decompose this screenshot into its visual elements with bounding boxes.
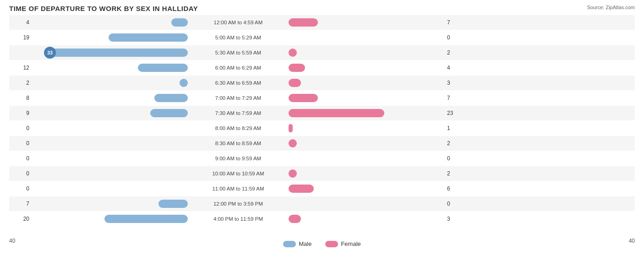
left-bar-area: [32, 18, 188, 27]
time-label: 9:00 AM to 9:59 AM: [188, 156, 289, 161]
female-value: 4: [444, 65, 467, 71]
left-bar-area: [32, 79, 188, 87]
female-value: 2: [444, 140, 467, 147]
right-bar-area: [289, 124, 444, 132]
male-value: 0: [9, 125, 32, 131]
axis-right-label: 40: [629, 238, 635, 247]
female-value: 0: [444, 201, 467, 207]
time-label: 11:00 AM to 11:59 AM: [188, 186, 289, 191]
male-value: 2: [9, 80, 32, 86]
time-label: 5:00 AM to 5:29 AM: [188, 35, 289, 40]
female-label: Female: [341, 240, 360, 247]
right-bar-area: [289, 94, 444, 102]
chart-row: 9 7:30 AM to 7:59 AM 23: [9, 106, 635, 120]
right-bar-area: [289, 109, 444, 117]
male-value: 7: [9, 201, 32, 207]
chart-row: 8 7:00 AM to 7:29 AM 7: [9, 91, 635, 105]
female-value: 7: [444, 19, 467, 26]
left-bar-area: [32, 33, 188, 42]
chart-row: 0 8:00 AM to 8:29 AM 1: [9, 121, 635, 136]
chart-row: 4 12:00 AM to 4:59 AM 7: [9, 15, 635, 30]
left-bar-area: [32, 109, 188, 117]
male-value: 0: [9, 140, 32, 147]
right-bar-area: [289, 49, 444, 57]
left-bar-area: [32, 200, 188, 208]
chart-row: 12 6:00 AM to 6:29 AM 4: [9, 60, 635, 75]
male-label: Male: [299, 240, 311, 247]
female-value: 0: [444, 34, 467, 41]
right-bar-area: [289, 79, 444, 87]
female-value: 2: [444, 170, 467, 177]
female-value: 2: [444, 49, 467, 56]
male-swatch: [283, 241, 296, 247]
male-value: 0: [9, 185, 32, 192]
chart-row: 0 9:00 AM to 9:59 AM 0: [9, 151, 635, 166]
male-value: 20: [9, 216, 32, 222]
right-bar-area: [289, 185, 444, 193]
time-label: 12:00 AM to 4:59 AM: [188, 20, 289, 25]
male-value: 0: [9, 155, 32, 162]
male-value: 0: [9, 170, 32, 177]
right-bar-area: [289, 169, 444, 178]
male-value: 19: [9, 34, 32, 41]
legend: Male Female: [283, 240, 361, 247]
right-bar-area: [289, 64, 444, 72]
right-bar-area: [289, 18, 444, 27]
axis-left-label: 40: [9, 238, 15, 247]
legend-female: Female: [325, 240, 360, 247]
female-value: 7: [444, 95, 467, 101]
time-label: 4:00 PM to 11:59 PM: [188, 216, 289, 222]
chart-row: 7 12:00 PM to 3:59 PM 0: [9, 196, 635, 211]
male-value: 8: [9, 95, 32, 101]
female-value: 3: [444, 80, 467, 86]
time-label: 7:00 AM to 7:29 AM: [188, 95, 289, 101]
axis-labels: 40 Male Female 40: [9, 238, 635, 247]
time-label: 8:30 AM to 8:59 AM: [188, 141, 289, 146]
left-bar-area: 33: [32, 49, 188, 57]
male-value: 9: [9, 110, 32, 116]
female-swatch: [325, 241, 338, 247]
chart-row: 20 4:00 PM to 11:59 PM 3: [9, 212, 635, 226]
chart-title: TIME OF DEPARTURE TO WORK BY SEX IN HALL…: [9, 5, 635, 12]
chart-area: 4 12:00 AM to 4:59 AM 7 19 5:00 AM to 5:…: [9, 15, 635, 237]
legend-male: Male: [283, 240, 311, 247]
left-bar-area: [32, 64, 188, 72]
male-value: 4: [9, 19, 32, 26]
chart-row: 19 5:00 AM to 5:29 AM 0: [9, 30, 635, 45]
time-label: 6:00 AM to 6:29 AM: [188, 65, 289, 71]
chart-row: 0 11:00 AM to 11:59 AM 6: [9, 181, 635, 196]
right-bar-area: [289, 139, 444, 147]
left-bar-area: [32, 215, 188, 223]
right-bar-area: [289, 215, 444, 223]
female-value: 0: [444, 155, 467, 162]
female-value: 3: [444, 216, 467, 222]
left-bar-area: [32, 94, 188, 102]
female-value: 1: [444, 125, 467, 131]
time-label: 8:00 AM to 8:29 AM: [188, 125, 289, 131]
time-label: 10:00 AM to 10:59 AM: [188, 171, 289, 176]
chart-row: 33 5:30 AM to 5:59 AM 2: [9, 45, 635, 60]
chart-row: 0 8:30 AM to 8:59 AM 2: [9, 136, 635, 151]
chart-row: 0 10:00 AM to 10:59 AM 2: [9, 166, 635, 181]
chart-row: 2 6:30 AM to 6:59 AM 3: [9, 76, 635, 90]
time-label: 7:30 AM to 7:59 AM: [188, 110, 289, 116]
time-label: 5:30 AM to 5:59 AM: [188, 50, 289, 55]
source-text: Source: ZipAtlas.com: [587, 5, 635, 10]
time-label: 12:00 PM to 3:59 PM: [188, 201, 289, 207]
female-value: 23: [444, 110, 467, 116]
chart-container: TIME OF DEPARTURE TO WORK BY SEX IN HALL…: [0, 0, 644, 272]
male-value: 12: [9, 65, 32, 71]
female-value: 6: [444, 185, 467, 192]
time-label: 6:30 AM to 6:59 AM: [188, 80, 289, 86]
